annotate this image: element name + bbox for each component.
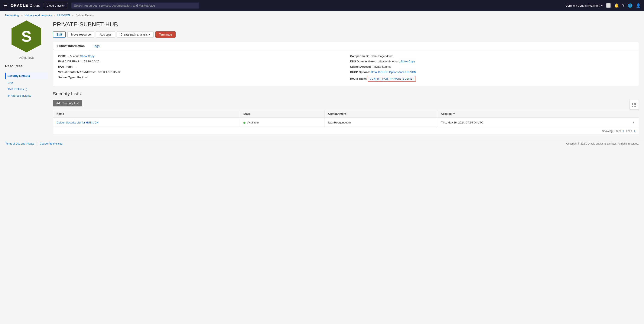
dhcp-row: DHCP Options: Default DHCP Options for H… (350, 70, 634, 74)
user-icon[interactable]: 👤 (636, 3, 640, 8)
subnet-access-row: Subnet Access: Private Subnet (350, 65, 634, 68)
right-content: PRIVATE-SUBNET-HUB Edit Move resource Ad… (53, 19, 639, 135)
subnet-info-panel: OCID: ...55apua Show Copy IPv4 CIDR Bloc… (53, 50, 639, 86)
ocid-show-link[interactable]: Show (80, 54, 87, 58)
col-compartment: Compartment (325, 110, 438, 118)
table-row: Default Security List for HUB-VCN Availa… (53, 118, 639, 127)
resource-status: AVAILABLE (19, 56, 34, 59)
tab-tags[interactable]: Tags (89, 42, 104, 50)
svg-point-9 (634, 106, 634, 107)
sidebar-item-ip-address-insights[interactable]: IP Address Insights (5, 92, 48, 99)
left-info-col: OCID: ...55apua Show Copy IPv4 CIDR Bloc… (58, 54, 342, 81)
next-page-arrow[interactable]: › (634, 129, 635, 133)
route-table-link[interactable]: VCN_RT_HUB_PRIVATE_SUBNET (370, 77, 414, 80)
security-list-name-link[interactable]: Default Security List for HUB-VCN (56, 121, 98, 124)
breadcrumb-networking[interactable]: Networking (5, 14, 19, 17)
tabs-container: Subnet Information Tags (53, 42, 639, 50)
security-lists-table: Name State Compartment Created ▾ Default… (53, 110, 639, 127)
help-icon[interactable]: ? (622, 3, 624, 8)
help-grid-icon[interactable] (630, 100, 639, 109)
right-info-col: Compartment: IwanHoogendoorn DNS Domain … (350, 54, 634, 81)
terminate-button[interactable]: Terminate (155, 31, 176, 38)
console-icon[interactable]: ⬜ (606, 3, 611, 8)
resources-section: Resources Security Lists (1) Logs IPv6 P… (5, 64, 48, 99)
edit-button[interactable]: Edit (53, 31, 66, 38)
info-grid: OCID: ...55apua Show Copy IPv4 CIDR Bloc… (58, 54, 634, 81)
ocid-row: OCID: ...55apua Show Copy (58, 54, 342, 58)
svg-point-4 (635, 103, 636, 104)
row-actions-menu[interactable]: ⋮ (632, 120, 635, 125)
svg-point-5 (632, 104, 633, 105)
grid-icon (632, 102, 637, 107)
svg-point-7 (635, 104, 636, 105)
search-input[interactable] (72, 2, 199, 8)
globe-icon[interactable]: 🌐 (628, 3, 632, 8)
col-name: Name (53, 110, 240, 118)
page-footer: Terms of Use and Privacy | Cookie Prefer… (0, 140, 644, 147)
sidebar-item-security-lists[interactable]: Security Lists (1) (5, 73, 48, 79)
subnet-type-row: Subnet Type: Regional (58, 76, 342, 79)
footer-copyright: Copyright © 2024, Oracle and/or its affi… (566, 142, 639, 145)
svg-point-6 (634, 104, 634, 105)
add-security-list-button[interactable]: Add Security List (53, 100, 82, 106)
prev-page-arrow[interactable]: ‹ (623, 129, 624, 133)
breadcrumb-vcn-list[interactable]: Virtual cloud networks (25, 14, 52, 17)
cloud-classic-button[interactable]: Cloud Classic › (44, 3, 68, 8)
row-state: Available (240, 118, 325, 127)
row-compartment: IwanHoogendoorn (325, 118, 438, 127)
sidebar-item-logs[interactable]: Logs (5, 79, 48, 86)
mac-row: Virtual Router MAC Address: 00:00:17:69:… (58, 70, 342, 74)
footer-left: Terms of Use and Privacy | Cookie Prefer… (5, 142, 62, 145)
route-table-row: Route Table: VCN_RT_HUB_PRIVATE_SUBNET (350, 76, 634, 81)
breadcrumb-vcn-name[interactable]: HUB-VCN (57, 14, 70, 17)
tab-subnet-information[interactable]: Subnet Information (53, 42, 89, 50)
breadcrumb-current: Subnet Details (76, 14, 94, 17)
add-tags-button[interactable]: Add tags (96, 31, 115, 38)
compartment-row: Compartment: IwanHoogendoorn (350, 54, 634, 58)
main-content: S AVAILABLE Resources Security Lists (1)… (0, 19, 644, 140)
svg-point-8 (632, 106, 633, 107)
oracle-logo: ORACLE Cloud (11, 3, 40, 8)
dns-row: DNS Domain Name: privatesubnethu... Show… (350, 60, 634, 63)
route-table-box: VCN_RT_HUB_PRIVATE_SUBNET (368, 76, 416, 81)
top-navigation: ☰ ORACLE Cloud Cloud Classic › Germany C… (0, 0, 644, 11)
table-header-row: Name State Compartment Created ▾ (53, 110, 639, 118)
col-state: State (240, 110, 325, 118)
ocid-copy-link[interactable]: Copy (88, 54, 94, 58)
cookie-preferences-link[interactable]: Cookie Preferences (40, 142, 62, 145)
bell-icon[interactable]: 🔔 (614, 3, 619, 8)
breadcrumb: Networking » Virtual cloud networks » HU… (0, 11, 644, 19)
left-panel: S AVAILABLE Resources Security Lists (1)… (5, 19, 48, 135)
dhcp-options-link[interactable]: Default DHCP Options for HUB-VCN (371, 70, 416, 74)
tab-list: Subnet Information Tags (53, 42, 639, 50)
sort-icon: ▾ (453, 112, 455, 115)
dns-show-link[interactable]: Show (401, 60, 408, 63)
status-dot (243, 122, 246, 124)
row-name: Default Security List for HUB-VCN (53, 118, 240, 127)
security-lists-title: Security Lists (53, 91, 639, 97)
page-title: PRIVATE-SUBNET-HUB (53, 21, 639, 28)
hex-icon: S (10, 19, 44, 53)
ipv4-row: IPv4 CIDR Block: 172.16.0.0/25 (58, 60, 342, 63)
terms-link[interactable]: Terms of Use and Privacy (5, 142, 34, 145)
ipv6-row: IPv6 Prefix: - (58, 65, 342, 68)
table-footer: Showing 1 item ‹ 1 of 1 › (53, 127, 639, 135)
svg-point-2 (632, 103, 633, 104)
sidebar-item-ipv6-prefixes[interactable]: IPv6 Prefixes (-) (5, 86, 48, 92)
resources-title: Resources (5, 64, 48, 70)
hamburger-menu-icon[interactable]: ☰ (4, 3, 7, 8)
create-path-analysis-button[interactable]: Create path analysis ▾ (117, 31, 154, 38)
resource-icon-container: S AVAILABLE (5, 19, 48, 59)
action-buttons: Edit Move resource Add tags Create path … (53, 31, 639, 38)
row-created: Thu, May 16, 2024, 07:15:04 UTC ⋮ (438, 118, 639, 127)
move-resource-button[interactable]: Move resource (67, 31, 94, 38)
nav-right: Germany Central (Frankfurt) ▾ ⬜ 🔔 ? 🌐 👤 (566, 3, 640, 8)
svg-text:S: S (21, 28, 32, 45)
col-created[interactable]: Created ▾ (438, 110, 639, 118)
svg-point-3 (634, 103, 634, 104)
region-selector[interactable]: Germany Central (Frankfurt) ▾ (566, 4, 603, 7)
dns-copy-link[interactable]: Copy (408, 60, 415, 63)
svg-point-10 (635, 106, 636, 107)
